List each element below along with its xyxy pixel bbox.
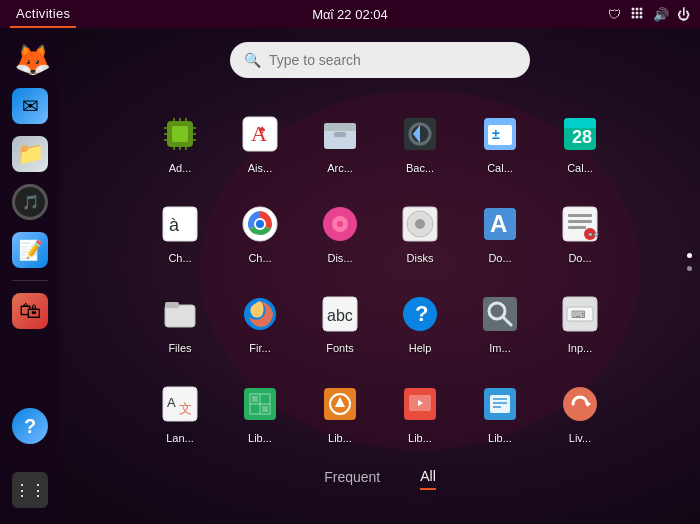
app-item-libre-calc[interactable]: Lib... (220, 366, 300, 456)
app-icon-fonts: abc (316, 290, 364, 338)
app-item-docviewer[interactable]: ADo... (460, 186, 540, 276)
sidebar-item-appstore[interactable]: 🛍 (8, 289, 52, 333)
main-area: 🔍 Ad...A♠Ais...Arc...Bac...±Cal...28Cal.… (60, 28, 700, 524)
app-item-cpu[interactable]: Ad... (140, 96, 220, 186)
app-item-files[interactable]: Files (140, 276, 220, 366)
svg-text:abc: abc (327, 307, 353, 324)
topbar-right: 🛡 🔊 ⏻ (608, 5, 690, 24)
app-icon-lang: A文 (156, 380, 204, 428)
app-item-archive[interactable]: Arc... (300, 96, 380, 186)
app-label-input: Inp... (568, 342, 592, 354)
svg-point-6 (632, 15, 635, 18)
app-label-lang: Lan... (166, 432, 194, 444)
app-item-docreader[interactable]: 👓Do... (540, 186, 620, 276)
svg-text:±: ± (492, 126, 500, 142)
svg-text:28: 28 (572, 127, 592, 147)
app-label-help: Help (409, 342, 432, 354)
app-label-firefox: Fir... (249, 342, 270, 354)
svg-point-8 (640, 15, 643, 18)
app-icon-docviewer: A (476, 200, 524, 248)
app-label-aisleriot: Ais... (248, 162, 272, 174)
activities-label[interactable]: Activities (10, 0, 76, 28)
app-icon-libre-impress (396, 380, 444, 428)
volume-icon[interactable]: 🔊 (653, 7, 669, 22)
app-item-lang[interactable]: A文Lan... (140, 366, 220, 456)
sidebar-item-writer[interactable]: 📝 (8, 228, 52, 272)
app-label-chromium: Ch... (248, 252, 271, 264)
app-item-livepatch[interactable]: Liv... (540, 366, 620, 456)
app-icon-aisleriot: A♠ (236, 110, 284, 158)
svg-rect-60 (165, 302, 179, 308)
app-item-disks[interactable]: Disks (380, 186, 460, 276)
app-icon-livepatch (556, 380, 604, 428)
search-bar[interactable]: 🔍 (230, 42, 530, 78)
svg-rect-79 (252, 396, 258, 402)
sidebar-item-rhythmbox[interactable]: 🎵 (8, 180, 52, 224)
app-item-fonts[interactable]: abcFonts (300, 276, 380, 366)
svg-point-92 (563, 387, 597, 421)
topbar-left: Activities (10, 0, 76, 28)
sidebar-bottom: ? ⋮⋮ (8, 404, 52, 512)
sidebar-divider (12, 280, 48, 281)
app-label-libre-calc: Lib... (248, 432, 272, 444)
app-label-chars: Ch... (168, 252, 191, 264)
svg-text:👓: 👓 (587, 228, 599, 241)
sidebar-item-firefox[interactable]: 🦊 (8, 36, 52, 80)
app-label-cpu: Ad... (169, 162, 192, 174)
shield-icon: 🛡 (608, 7, 621, 22)
app-item-chromium[interactable]: Ch... (220, 186, 300, 276)
app-item-backup[interactable]: Bac... (380, 96, 460, 186)
power-icon[interactable]: ⏻ (677, 7, 690, 22)
svg-text:文: 文 (179, 401, 192, 416)
app-icon-disks-tool (316, 200, 364, 248)
app-icon-cpu (156, 110, 204, 158)
app-label-archive: Arc... (327, 162, 353, 174)
app-label-libre-impress: Lib... (408, 432, 432, 444)
search-input[interactable] (269, 52, 516, 68)
app-item-imageviewer[interactable]: Im... (460, 276, 540, 366)
network-icon[interactable] (629, 5, 645, 24)
app-grid: Ad...A♠Ais...Arc...Bac...±Cal...28Cal...… (140, 96, 620, 456)
sidebar-item-grid[interactable]: ⋮⋮ (8, 468, 52, 512)
svg-text:A: A (167, 395, 176, 410)
app-item-aisleriot[interactable]: A♠Ais... (220, 96, 300, 186)
app-icon-chromium (236, 200, 284, 248)
app-item-calcurse[interactable]: ±Cal... (460, 96, 540, 186)
tab-frequent[interactable]: Frequent (324, 469, 380, 489)
app-label-docviewer: Do... (488, 252, 511, 264)
app-item-libre-draw[interactable]: Lib... (300, 366, 380, 456)
app-icon-input: ⌨ (556, 290, 604, 338)
app-item-libre-writer[interactable]: Lib... (460, 366, 540, 456)
app-label-libre-draw: Lib... (328, 432, 352, 444)
sidebar-item-email[interactable]: ✉ (8, 84, 52, 128)
dot-1 (687, 253, 692, 258)
app-label-calendar: Cal... (567, 162, 593, 174)
svg-text:A: A (490, 210, 507, 237)
app-item-firefox[interactable]: Fir... (220, 276, 300, 366)
topbar: Activities Μαΐ 22 02:04 🛡 🔊 ⏻ (0, 0, 700, 28)
svg-text:?: ? (415, 301, 428, 326)
sidebar-item-help[interactable]: ? (8, 404, 52, 448)
sidebar-item-files[interactable]: 📁 (8, 132, 52, 176)
app-icon-calendar: 28 (556, 110, 604, 158)
topbar-datetime: Μαΐ 22 02:04 (312, 7, 387, 22)
app-label-disks-tool: Dis... (327, 252, 352, 264)
svg-rect-10 (172, 126, 188, 142)
app-label-livepatch: Liv... (569, 432, 591, 444)
app-item-chars[interactable]: àCh... (140, 186, 220, 276)
tab-all[interactable]: All (420, 468, 436, 490)
app-item-calendar[interactable]: 28Cal... (540, 96, 620, 186)
svg-point-44 (256, 220, 264, 228)
svg-rect-56 (568, 226, 586, 229)
svg-rect-55 (568, 220, 592, 223)
app-label-disks: Disks (407, 252, 434, 264)
svg-text:♠: ♠ (259, 122, 266, 136)
search-icon: 🔍 (244, 52, 261, 68)
app-item-input[interactable]: ⌨Inp... (540, 276, 620, 366)
svg-point-4 (636, 11, 639, 14)
app-label-calcurse: Cal... (487, 162, 513, 174)
app-item-help[interactable]: ?Help (380, 276, 460, 366)
svg-point-3 (632, 11, 635, 14)
app-item-libre-impress[interactable]: Lib... (380, 366, 460, 456)
app-item-disks-tool[interactable]: Dis... (300, 186, 380, 276)
